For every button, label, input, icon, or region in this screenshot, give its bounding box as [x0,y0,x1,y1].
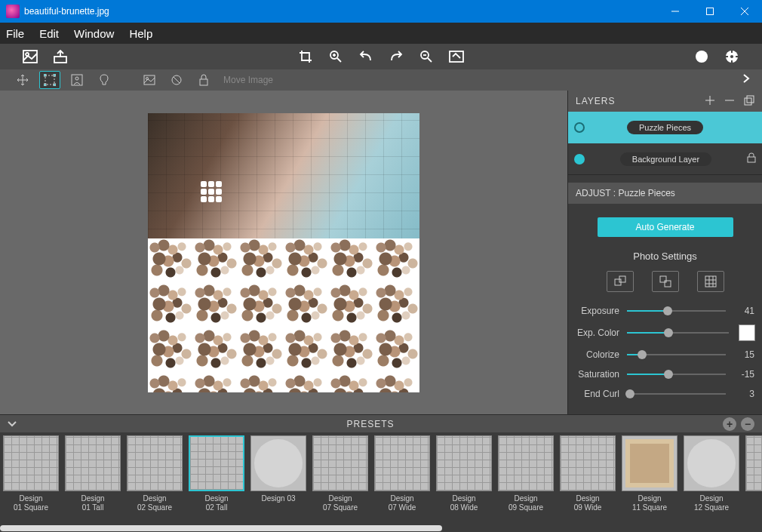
slider-track[interactable] [627,332,729,334]
layout-option-2[interactable] [652,271,679,292]
menu-edit[interactable]: Edit [39,27,59,40]
portrait-tool[interactable] [66,71,88,89]
light-tool[interactable] [94,71,115,89]
slider-exp_color: Exp. Color [576,325,754,340]
slider-track[interactable] [627,374,726,375]
redo-button[interactable] [381,44,411,69]
svg-rect-38 [745,98,751,105]
slider-track[interactable] [627,310,726,312]
crop-button[interactable] [290,44,321,69]
preset-item[interactable]: Design08 Wide [433,435,495,524]
canvas-area[interactable] [0,91,567,414]
layout-option-3[interactable] [697,271,724,292]
slider-colorize: Colorize15 [576,349,754,360]
preset-item[interactable]: Design01 Tall [62,435,124,524]
preset-item[interactable]: Design07 Square [309,435,371,524]
info-button[interactable]: i [687,44,717,69]
svg-line-12 [428,58,432,62]
svg-rect-24 [44,74,46,76]
maximize-button[interactable] [693,0,727,23]
menu-help[interactable]: Help [129,27,152,40]
preset-thumb [622,435,678,491]
zoom-in-button[interactable] [321,44,351,69]
svg-rect-27 [54,84,56,86]
zoom-out-button[interactable] [411,44,441,69]
svg-rect-1 [707,8,714,15]
preset-thumb [127,435,183,491]
sub-toolbar: Move Image [0,69,762,91]
slider-label: Exposure [576,306,619,316]
layer-row-background[interactable]: Background Layer [568,143,762,175]
preset-thumb [3,435,59,491]
preset-item[interactable]: Design02 Square [124,435,186,524]
remove-preset-button[interactable]: − [741,417,754,431]
auto-generate-button[interactable]: Auto Generate [598,217,733,237]
slider-track[interactable] [627,354,726,355]
lock-tool[interactable] [193,71,214,89]
slider-label: Saturation [576,369,619,380]
section-title: Photo Settings [576,251,754,262]
window-title: beautiful-brunette.jpg [24,6,109,17]
svg-point-18 [730,54,734,59]
minimize-button[interactable] [658,0,693,23]
export-button[interactable] [45,44,75,69]
svg-rect-14 [450,51,463,62]
preset-item[interactable]: Design01 Square [0,435,62,524]
svg-rect-34 [200,79,207,85]
slider-value: -15 [733,369,754,380]
add-layer-button[interactable] [705,95,715,108]
menu-window[interactable]: Window [74,27,114,40]
svg-rect-39 [747,96,754,103]
preset-item[interactable]: Design09 Square [495,435,557,524]
slider-label: Colorize [576,349,619,360]
move-tool[interactable] [12,71,33,89]
layer-visibility-icon[interactable] [574,154,585,165]
collapse-panel-button[interactable] [742,73,750,87]
preset-item[interactable]: Design 03 [247,435,309,524]
preset-thumb [189,435,244,491]
grid-handle-icon[interactable] [201,181,222,202]
preset-item[interactable]: Design11 Square [619,435,681,524]
open-image-button[interactable] [15,44,45,69]
menu-file[interactable]: File [6,27,24,40]
svg-line-8 [337,58,341,62]
preset-thumb [312,435,368,491]
svg-rect-40 [748,157,755,162]
duplicate-layer-button[interactable] [744,95,754,108]
layer-visibility-icon[interactable] [574,122,585,133]
color-swatch[interactable] [739,325,754,340]
preset-item[interactable]: Design12 Square [681,435,742,524]
layout-option-1[interactable] [607,271,634,292]
preset-item[interactable]: Design07 Wide [371,435,433,524]
right-panel: LAYERS Puzzle Pieces Background Layer • … [567,91,762,414]
preset-thumb [560,435,616,491]
canvas[interactable] [148,113,419,392]
slider-exposure: Exposure41 [576,306,754,316]
transform-tool[interactable] [39,71,60,89]
slider-track[interactable] [627,393,726,395]
add-preset-button[interactable]: + [723,417,736,431]
settings-button[interactable] [717,44,747,69]
tool-hint: Move Image [223,75,273,85]
preset-thumb [65,435,121,491]
layer-name: Background Layer [620,152,711,166]
preset-label: Design02 Tall [204,494,228,512]
main-toolbar: i [0,44,762,69]
preset-item[interactable]: Design13 S [742,435,762,524]
collapse-presets-button[interactable] [8,419,17,429]
remove-layer-button[interactable] [724,95,735,108]
image-tool[interactable] [139,71,160,89]
fit-screen-button[interactable] [441,44,472,69]
adjust-title: ADJUST : Puzzle Pieces [576,188,675,198]
preset-item[interactable]: Design09 Wide [557,435,619,524]
layer-row-puzzle[interactable]: Puzzle Pieces [568,112,762,143]
close-button[interactable] [727,0,762,23]
preset-label: Design12 Square [694,494,729,512]
mask-tool[interactable] [166,71,187,89]
presets-scrollbar[interactable] [0,524,762,532]
layers-title: LAYERS [576,96,615,106]
presets-strip[interactable]: Design01 SquareDesign01 TallDesign02 Squ… [0,432,762,524]
preset-item[interactable]: Design02 Tall [186,435,247,524]
undo-button[interactable] [351,44,381,69]
layers-header: LAYERS [568,91,762,112]
